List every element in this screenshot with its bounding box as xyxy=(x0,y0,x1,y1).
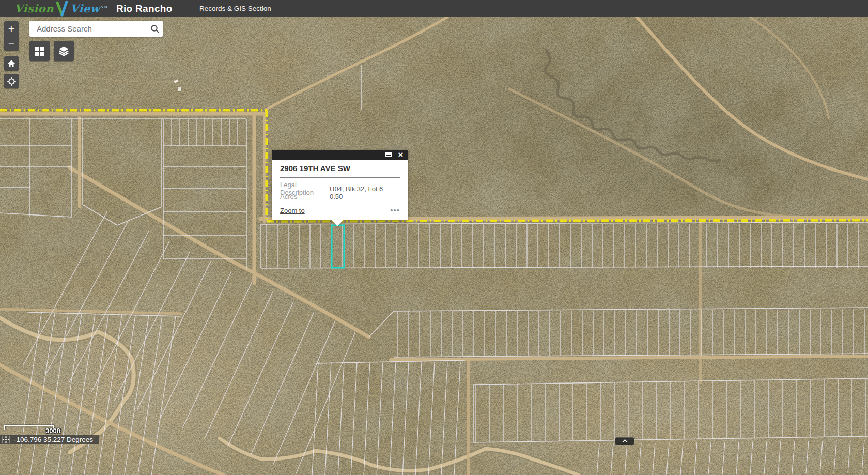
search-icon[interactable] xyxy=(147,24,163,34)
home-icon xyxy=(7,59,16,68)
locate-icon xyxy=(7,76,17,86)
popup-separator xyxy=(280,177,400,178)
zoom-widget: + − xyxy=(4,21,19,51)
logo-sm-mark: SM xyxy=(100,5,107,9)
basemap-grid-icon xyxy=(35,47,44,56)
feature-popup: ✕ 2906 19TH AVE SW Legal Description U04… xyxy=(272,150,408,220)
scale-label: 300ft xyxy=(45,427,61,435)
layers-icon xyxy=(58,45,70,57)
popup-pointer xyxy=(332,220,343,226)
coordinates-widget: -106.796 35.227 Degrees xyxy=(0,435,99,444)
home-button[interactable] xyxy=(4,56,19,71)
map-canvas[interactable] xyxy=(0,17,868,475)
address-search xyxy=(29,21,163,37)
attribute-value: U04, Blk 32, Lot 6 xyxy=(330,185,400,193)
page-title: Rio Rancho xyxy=(116,0,173,17)
zoom-in-button[interactable]: + xyxy=(4,21,19,36)
logo-text-vision: Vision xyxy=(14,2,54,15)
dock-icon[interactable] xyxy=(385,152,392,157)
app: Vision ViewSM Rio Rancho Records & GIS S… xyxy=(0,0,868,475)
attribution-expand-button[interactable] xyxy=(615,437,634,445)
attribute-row: Legal Description U04, Blk 32, Lot 6 xyxy=(280,181,400,191)
logo-v-icon xyxy=(55,1,69,17)
zoom-to-link[interactable]: Zoom to xyxy=(280,207,305,214)
more-options-icon[interactable]: ••• xyxy=(390,208,400,213)
terrain xyxy=(0,17,868,475)
attribute-value: 0.50 xyxy=(330,193,400,201)
search-input[interactable] xyxy=(29,24,147,33)
popup-header: ✕ xyxy=(272,150,408,160)
popup-title: 2906 19TH AVE SW xyxy=(280,163,400,174)
coordinates-text: -106.796 35.227 Degrees xyxy=(14,436,93,443)
attribute-label: Acres xyxy=(280,193,330,201)
basemap-gallery-button[interactable] xyxy=(29,41,50,61)
crosshair-icon[interactable] xyxy=(2,436,10,443)
zoom-out-button[interactable]: − xyxy=(4,36,19,51)
attribute-row: Acres 0.50 xyxy=(280,191,400,202)
logo-text-view: ViewSM xyxy=(70,2,107,15)
popup-body: 2906 19TH AVE SW Legal Description U04, … xyxy=(272,160,408,220)
popup-footer: Zoom to ••• xyxy=(280,206,400,215)
chevron-up-icon xyxy=(622,439,627,445)
locate-button[interactable] xyxy=(4,74,19,88)
section-title: Records & GIS Section xyxy=(199,0,271,17)
close-icon[interactable]: ✕ xyxy=(398,151,404,158)
app-header: Vision ViewSM Rio Rancho Records & GIS S… xyxy=(0,0,868,17)
layers-button[interactable] xyxy=(54,41,74,61)
vision-view-logo: Vision ViewSM xyxy=(14,0,107,17)
scale-bar: 300ft xyxy=(4,425,54,430)
